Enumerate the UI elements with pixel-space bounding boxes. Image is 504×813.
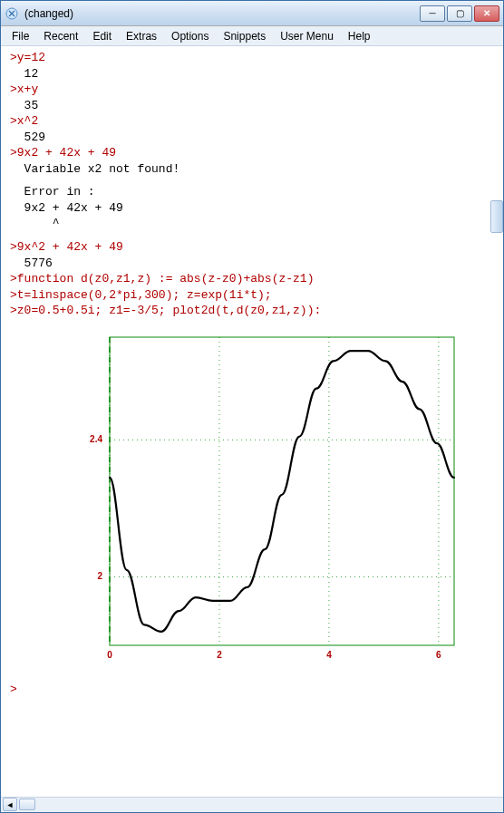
output-line: Error in : (10, 184, 494, 200)
menu-help[interactable]: Help (341, 28, 378, 44)
svg-rect-1 (110, 337, 454, 645)
input-line: >x^2 (10, 113, 494, 130)
output-line: Variable x2 not found! (10, 161, 494, 178)
close-button[interactable]: ✕ (474, 5, 499, 22)
svg-text:2: 2 (217, 650, 222, 660)
input-line: >9x2 + 42x + 49 (10, 145, 494, 161)
output-line: 529 (10, 130, 494, 146)
minimize-button[interactable]: ─ (420, 5, 445, 22)
prompt-line[interactable]: > (10, 682, 494, 698)
maximize-button[interactable]: ▢ (447, 5, 472, 22)
spacer-line (10, 232, 494, 239)
input-line: >x+y (10, 82, 494, 98)
output-line: 9x2 + 42x + 49 (10, 200, 494, 217)
window-title: (changed) (23, 7, 420, 20)
horizontal-scrollbar-handle[interactable] (19, 798, 35, 810)
menu-extras[interactable]: Extras (119, 28, 164, 44)
svg-text:2.4: 2.4 (90, 434, 102, 444)
output-line: 35 (10, 98, 494, 114)
input-line: >function d(z0,z1,z) := abs(z-z0)+abs(z-… (10, 271, 494, 287)
scroll-left-button[interactable]: ◄ (3, 798, 17, 811)
input-line: >t=linspace(0,2*pi,300); z=exp(1i*t); (10, 287, 494, 304)
spacer-line (10, 177, 494, 184)
input-line: >9x^2 + 42x + 49 (10, 239, 494, 256)
svg-text:4: 4 (326, 650, 332, 660)
menu-file[interactable]: File (5, 28, 36, 44)
input-line: >y=12 (10, 50, 494, 66)
window-controls: ─ ▢ ✕ (420, 5, 499, 22)
menu-recent[interactable]: Recent (36, 28, 85, 44)
svg-text:2: 2 (97, 571, 102, 581)
output-line: 5776 (10, 256, 494, 272)
title-bar: (changed) ─ ▢ ✕ (1, 1, 503, 26)
menu-bar: File Recent Edit Extras Options Snippets… (1, 26, 503, 46)
chart: 024622.4 (64, 328, 494, 673)
menu-options[interactable]: Options (164, 28, 216, 44)
svg-text:0: 0 (107, 650, 112, 660)
app-icon (5, 6, 19, 21)
window: (changed) ─ ▢ ✕ File Recent Edit Extras … (0, 0, 504, 813)
output-line: ^ (10, 216, 494, 232)
menu-user-menu[interactable]: User Menu (273, 28, 341, 44)
input-line: >z0=0.5+0.5i; z1=-3/5; plot2d(t,d(z0,z1,… (10, 303, 494, 319)
svg-text:6: 6 (436, 650, 441, 660)
console-content[interactable]: >y=12 12>x+y 35>x^2 529>9x2 + 42x + 49 V… (1, 46, 503, 797)
menu-snippets[interactable]: Snippets (216, 28, 273, 44)
vertical-scrollbar-handle[interactable] (490, 200, 503, 233)
menu-edit[interactable]: Edit (85, 28, 119, 44)
output-line: 12 (10, 66, 494, 82)
horizontal-scrollbar[interactable]: ◄ (1, 797, 503, 812)
chart-svg: 024622.4 (64, 328, 463, 673)
